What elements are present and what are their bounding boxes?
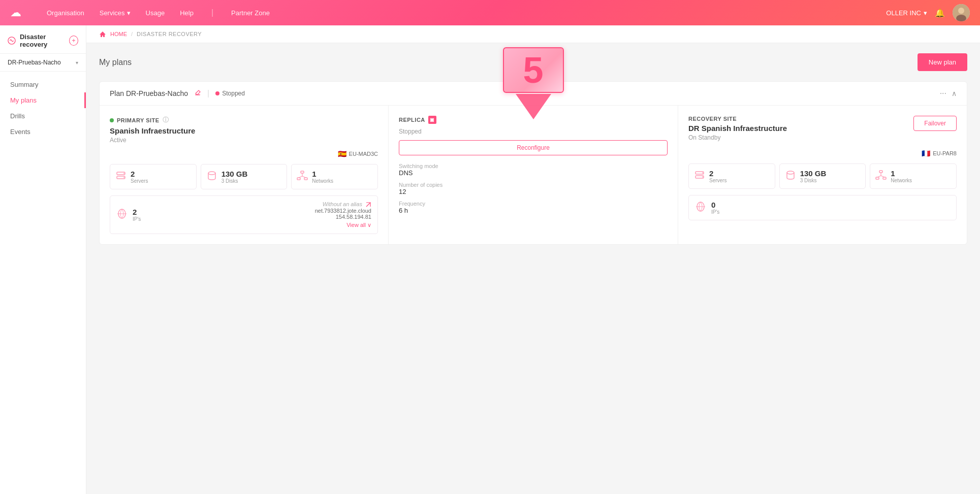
svg-rect-23 xyxy=(876,177,879,179)
svg-rect-10 xyxy=(301,171,304,173)
org-name: OLLER INC xyxy=(886,9,921,17)
content-area: My plans New plan Plan DR-Pruebas-Nacho … xyxy=(86,43,980,255)
svg-point-21 xyxy=(787,171,794,174)
nav-help[interactable]: Help xyxy=(180,9,194,17)
svg-point-8 xyxy=(123,177,124,178)
region-code: EU-MAD3C xyxy=(349,151,378,157)
recovery-site-column: RECOVERY SITE DR Spanish Infraestructure… xyxy=(678,106,967,244)
sidebar-item-my-plans[interactable]: My plans xyxy=(0,92,86,108)
add-plan-button[interactable]: + xyxy=(69,36,78,46)
nav-usage[interactable]: Usage xyxy=(146,9,165,17)
ip-details: Without an alias net.7933812.jote.cloud xyxy=(315,201,371,228)
edit-plan-icon[interactable] xyxy=(194,89,201,98)
nav-divider: | xyxy=(211,8,213,17)
recovery-ip-row: 0 IP's xyxy=(688,195,957,220)
ip-row: 2 IP's Without an alias xyxy=(110,195,378,234)
primary-site-name: Spanish Infraestructure xyxy=(110,126,378,135)
recovery-servers-label: Servers xyxy=(709,178,726,183)
storage-icon xyxy=(206,170,217,184)
recovery-site-label: RECOVERY SITE xyxy=(688,116,787,122)
main-content: HOME / DISASTER RECOVERY My plans New pl… xyxy=(86,25,980,494)
nav-organisation[interactable]: Organisation xyxy=(47,9,84,17)
svg-rect-12 xyxy=(304,178,307,180)
sidebar-item-drills[interactable]: Drills xyxy=(0,108,86,124)
svg-point-1 xyxy=(958,8,964,14)
step-number-overlay: 5 xyxy=(503,47,564,121)
recovery-server-icon xyxy=(694,170,705,183)
svg-line-26 xyxy=(877,176,881,177)
recovery-storage-label: 3 Disks xyxy=(800,178,827,183)
ip-icon xyxy=(116,208,128,222)
servers-label: Servers xyxy=(131,178,148,184)
nav-services[interactable]: Services ▾ xyxy=(100,9,131,17)
servers-info: 2 Servers xyxy=(131,170,148,184)
breadcrumb-current: DISASTER RECOVERY xyxy=(137,31,202,37)
disaster-recovery-icon xyxy=(8,36,16,45)
collapse-button[interactable]: ∧ xyxy=(952,89,957,97)
svg-rect-11 xyxy=(297,178,300,180)
header-separator: | xyxy=(207,89,209,98)
active-dot xyxy=(110,118,114,122)
switching-mode-row: Switching mode DNS xyxy=(399,163,668,177)
ip-domain: net.7933812.jote.cloud xyxy=(315,208,371,214)
svg-line-27 xyxy=(881,176,884,177)
breadcrumb: HOME / DISASTER RECOVERY xyxy=(86,25,980,43)
replica-status: Stopped xyxy=(399,128,422,135)
status-dot xyxy=(215,91,219,95)
storage-value: 130 GB xyxy=(222,170,248,178)
networks-info: 1 Networks xyxy=(312,170,333,184)
recovery-stats-row: 2 Servers xyxy=(688,163,957,189)
frequency-label: Frequency xyxy=(399,201,668,207)
plan-header-right: ··· ∧ xyxy=(940,89,957,98)
network-icon xyxy=(297,170,308,184)
server-icon xyxy=(115,170,127,184)
recovery-network-icon xyxy=(875,170,887,183)
org-selector[interactable]: OLLER INC ▾ xyxy=(886,9,927,17)
storage-label: 3 Disks xyxy=(222,178,248,184)
reconfigure-button[interactable]: Reconfigure xyxy=(399,140,668,155)
recovery-servers-info: 2 Servers xyxy=(709,169,726,183)
sidebar-item-events[interactable]: Events xyxy=(0,124,86,140)
svg-marker-16 xyxy=(516,94,551,119)
three-columns: PRIMARY SITE ⓘ Spanish Infraestructure A… xyxy=(100,106,967,244)
more-options-icon[interactable]: ··· xyxy=(940,89,946,98)
sidebar-navigation: Summary My plans Drills Events xyxy=(0,72,86,145)
nav-partner-zone[interactable]: Partner Zone xyxy=(231,9,270,17)
sidebar-item-summary[interactable]: Summary xyxy=(0,77,86,92)
breadcrumb-separator: / xyxy=(131,31,133,37)
failover-button[interactable]: Failover xyxy=(913,116,957,131)
sidebar-plan-selector[interactable]: DR-Pruebas-Nacho ▾ xyxy=(0,54,86,72)
ip-count-info: 2 IP's xyxy=(133,208,141,222)
copies-label: Number of copies xyxy=(399,182,668,188)
breadcrumb-home[interactable]: HOME xyxy=(110,31,127,37)
top-navigation: ☁ Organisation Services ▾ Usage Help | P… xyxy=(0,0,980,25)
recovery-servers-count: 2 xyxy=(709,169,726,178)
storage-info: 130 GB 3 Disks xyxy=(222,170,248,184)
recovery-site-name: DR Spanish Infraestructure xyxy=(688,124,787,133)
france-flag: 🇫🇷 xyxy=(922,149,930,157)
spain-flag: 🇪🇸 xyxy=(338,150,346,158)
networks-label: Networks xyxy=(312,178,333,184)
recovery-networks-stat: 1 Networks xyxy=(870,163,957,189)
svg-line-15 xyxy=(302,176,306,178)
alias-link-icon[interactable] xyxy=(365,201,371,207)
info-icon[interactable]: ⓘ xyxy=(163,116,169,124)
frequency-value: 6 h xyxy=(399,207,668,214)
status-label: Stopped xyxy=(222,90,245,97)
recovery-header-row: RECOVERY SITE DR Spanish Infraestructure… xyxy=(688,116,957,147)
user-avatar[interactable] xyxy=(953,4,970,21)
recovery-ip-count-info: 0 IP's xyxy=(711,201,719,215)
plan-card: Plan DR-Pruebas-Nacho | Stopped ··· xyxy=(99,81,967,245)
recovery-site-title-group: RECOVERY SITE DR Spanish Infraestructure… xyxy=(688,116,787,147)
ip-alias: Without an alias xyxy=(315,201,371,208)
recovery-networks-label: Networks xyxy=(891,178,912,183)
new-plan-button[interactable]: New plan xyxy=(918,53,967,71)
storage-stat: 130 GB 3 Disks xyxy=(201,164,288,189)
replica-icon: ▣ xyxy=(428,116,436,124)
view-all-link[interactable]: View all ∨ xyxy=(315,222,371,228)
recovery-networks-count: 1 xyxy=(891,169,912,178)
notifications-icon[interactable]: 🔔 xyxy=(935,8,945,18)
recovery-ip-icon xyxy=(695,201,706,215)
frequency-row: Frequency 6 h xyxy=(399,201,668,214)
svg-point-20 xyxy=(702,176,703,177)
